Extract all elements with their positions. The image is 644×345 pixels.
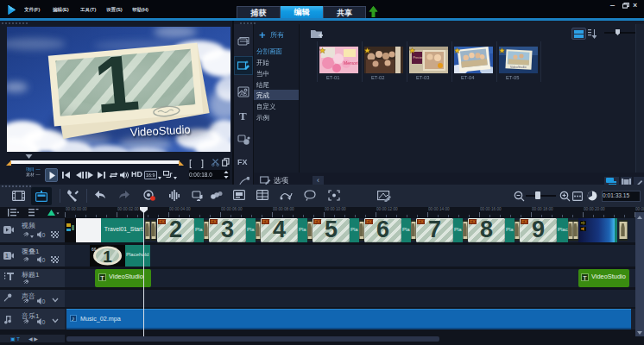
svg-text:0: 0 xyxy=(42,257,46,263)
svg-text:1: 1 xyxy=(103,248,112,266)
svg-text:0: 0 xyxy=(42,298,46,304)
svg-text:1: 1 xyxy=(91,38,142,129)
svg-text:AB: AB xyxy=(240,91,247,97)
svg-text:Memories: Memories xyxy=(344,60,358,66)
svg-text:VideoStudio: VideoStudio xyxy=(510,66,527,69)
svg-text:66: 66 xyxy=(92,247,97,252)
svg-text:0: 0 xyxy=(42,232,46,238)
svg-text:0: 0 xyxy=(42,319,46,325)
svg-text:1: 1 xyxy=(5,253,9,259)
